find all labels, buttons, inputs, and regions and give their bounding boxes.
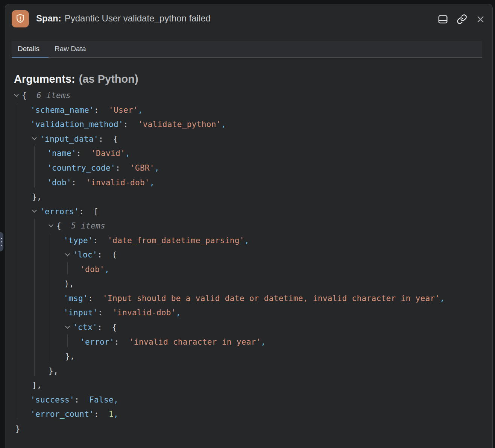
- json-tree-view: { 6 items'schema_name': 'User','validati…: [5, 88, 491, 448]
- code-segment-punct: },: [65, 352, 75, 361]
- tree-line: 'input_data': {: [5, 132, 491, 147]
- indent-guide: [18, 103, 18, 419]
- tree-line: 'error_count': 1,: [5, 407, 491, 422]
- code-segment-str: 'invalid-dob': [112, 308, 176, 317]
- chevron-down-icon[interactable]: [65, 251, 70, 256]
- tree-line: ),: [5, 277, 491, 291]
- tree-line: },: [5, 190, 491, 204]
- code-segment-punct: : {: [97, 323, 117, 332]
- title-span-label: Span:: [36, 13, 61, 23]
- code-segment-comma: ,: [221, 120, 226, 129]
- code-segment-punct: : {: [99, 135, 118, 144]
- code-segment-str: 'validate_python': [138, 120, 221, 129]
- code-segment-punct: :: [76, 149, 91, 158]
- code-segment-str: 'invalid-dob': [86, 178, 150, 187]
- code-segment-str: 'David': [91, 149, 125, 158]
- indent-guide: [51, 233, 51, 362]
- copy-link-icon[interactable]: [457, 14, 467, 24]
- dock-panel-icon[interactable]: [438, 15, 448, 24]
- code-segment-key: 'name': [47, 149, 76, 158]
- tree-line: 'type': 'date_from_datetime_parsing',: [5, 233, 491, 248]
- code-segment-key: 'errors': [40, 207, 79, 216]
- code-segment-punct: {: [56, 221, 61, 230]
- code-segment-str: 'GBR': [130, 163, 155, 173]
- code-segment-key: 'ctx': [73, 323, 97, 332]
- code-segment-punct: :: [115, 163, 130, 173]
- code-segment-punct: : (: [97, 250, 117, 259]
- code-segment-key: 'msg': [64, 294, 88, 303]
- code-segment-key: 'dob': [47, 178, 71, 187]
- tree-line: 'country_code': 'GBR',: [5, 161, 491, 176]
- indent-guide: [67, 334, 68, 347]
- code-segment-key: 'country_code': [47, 163, 115, 173]
- tab-raw-data[interactable]: Raw Data: [49, 41, 92, 58]
- code-segment-meta: 5 items: [61, 221, 105, 230]
- code-segment-key: 'input': [64, 308, 98, 317]
- indent-guide: [34, 146, 35, 188]
- tree-line: { 6 items: [5, 88, 491, 103]
- tree-line: 'ctx': {: [5, 320, 491, 335]
- code-segment-punct: :: [74, 395, 89, 404]
- tree-line: },: [5, 363, 491, 378]
- tree-line: },: [5, 349, 491, 364]
- chevron-down-icon[interactable]: [14, 92, 19, 97]
- arguments-heading-suffix: (as Python): [79, 73, 138, 85]
- chevron-down-icon[interactable]: [32, 208, 37, 213]
- code-segment-punct: },: [32, 192, 42, 201]
- chevron-down-icon[interactable]: [65, 324, 70, 329]
- code-segment-punct: ),: [64, 279, 74, 288]
- code-segment-punct: :: [114, 338, 129, 347]
- code-segment-punct: {: [22, 91, 27, 100]
- arguments-heading: Arguments:(as Python): [14, 72, 138, 86]
- code-segment-comma: ,: [125, 149, 130, 158]
- chevron-down-icon[interactable]: [32, 136, 37, 141]
- code-segment-comma: ,: [176, 308, 181, 317]
- arguments-heading-label: Arguments:: [14, 73, 75, 85]
- panel-resize-handle[interactable]: [0, 232, 3, 251]
- code-segment-num: 1: [109, 410, 114, 419]
- code-segment-comma: ,: [261, 338, 266, 347]
- code-segment-punct: :: [93, 236, 108, 245]
- code-segment-punct: : [: [79, 207, 99, 216]
- tree-line: 'msg': 'Input should be a valid date or …: [5, 291, 491, 306]
- close-icon[interactable]: [476, 15, 485, 24]
- code-segment-comma: ,: [150, 178, 155, 187]
- code-segment-key: 'error_count': [30, 410, 94, 419]
- code-segment-str: 'dob': [80, 265, 105, 274]
- tab-bar: Details Raw Data: [12, 41, 482, 58]
- tab-details[interactable]: Details: [12, 41, 49, 58]
- tree-line: ],: [5, 378, 491, 393]
- tree-line: 'errors': [: [5, 204, 491, 219]
- tree-line: { 5 items: [5, 219, 491, 233]
- tree-line: 'validation_method': 'validate_python',: [5, 117, 491, 132]
- tree-line: 'dob': 'invalid-dob',: [5, 175, 491, 190]
- code-segment-comma: ,: [244, 236, 249, 245]
- code-segment-key: 'type': [64, 236, 93, 245]
- warning-shield-icon: [12, 10, 29, 27]
- code-segment-punct: :: [123, 120, 138, 129]
- tree-line: 'dob',: [5, 262, 491, 277]
- code-segment-key: 'loc': [73, 250, 97, 259]
- code-segment-str: 'User': [109, 106, 138, 115]
- code-segment-key: 'success': [30, 395, 74, 404]
- code-segment-key: 'error': [80, 338, 114, 347]
- code-segment-comma: ,: [440, 294, 445, 303]
- panel-title: Span:Pydantic User validate_python faile…: [36, 13, 211, 24]
- code-segment-punct: },: [49, 366, 58, 375]
- code-segment-str: 'date_from_datetime_parsing': [108, 236, 244, 245]
- code-segment-punct: :: [94, 106, 109, 115]
- code-segment-comma: ,: [138, 106, 143, 115]
- code-segment-punct: :: [98, 308, 112, 317]
- indent-guide: [34, 219, 35, 376]
- code-segment-comma: ,: [155, 163, 159, 173]
- code-segment-punct: :: [71, 178, 86, 187]
- chevron-down-icon[interactable]: [49, 222, 53, 227]
- panel-header: Span:Pydantic User validate_python faile…: [5, 4, 492, 38]
- tree-line: 'success': False,: [5, 392, 491, 407]
- code-segment-key: 'validation_method': [30, 120, 123, 129]
- code-segment-str: 'Input should be a valid date or datetim…: [103, 294, 440, 303]
- tree-line: 'name': 'David',: [5, 146, 491, 161]
- code-segment-punct: }: [15, 424, 20, 433]
- code-segment-comma: ,: [114, 410, 118, 419]
- header-actions: [438, 14, 485, 24]
